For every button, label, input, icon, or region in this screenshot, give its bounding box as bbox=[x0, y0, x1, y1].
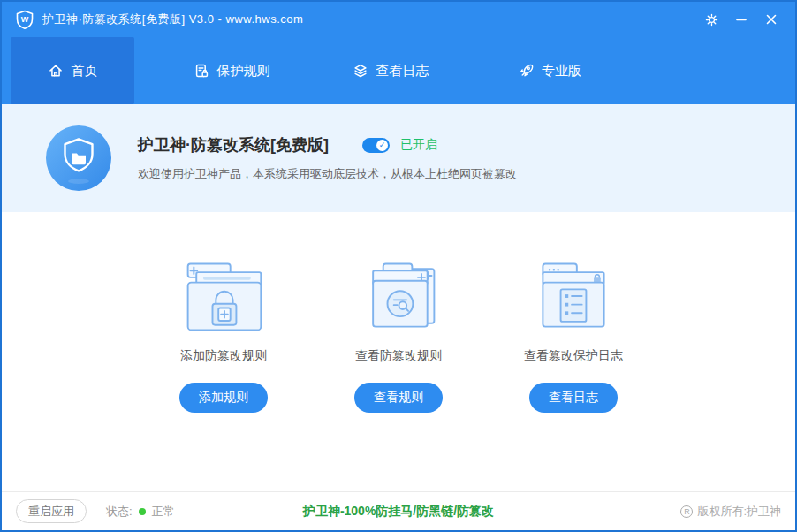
hero-banner: 护卫神·防篡改系统[免费版] ✓ 已开启 欢迎使用护卫神产品，本系统采用驱动底层… bbox=[2, 104, 795, 212]
copyright-text: 版权所有:护卫神 bbox=[697, 504, 781, 520]
tab-home[interactable]: 首页 bbox=[11, 37, 134, 104]
tab-home-label: 首页 bbox=[72, 63, 98, 80]
hero-subtitle: 欢迎使用护卫神产品，本系统采用驱动底层技术，从根本上杜绝网页被篡改 bbox=[138, 166, 517, 182]
view-rules-button[interactable]: 查看规则 bbox=[354, 383, 443, 413]
card-view-rules: 查看防篡改规则 查看规则 bbox=[328, 256, 469, 491]
view-log-button[interactable]: 查看日志 bbox=[529, 383, 618, 413]
folder-log-icon bbox=[529, 256, 618, 338]
hero-title: 护卫神·防篡改系统[免费版] bbox=[138, 134, 329, 156]
layers-icon bbox=[353, 63, 368, 79]
toggle-state-label: 已开启 bbox=[400, 137, 437, 153]
action-cards: 添加防篡改规则 添加规则 bbox=[153, 256, 644, 491]
folder-search-icon bbox=[354, 256, 443, 338]
add-rule-button[interactable]: 添加规则 bbox=[179, 383, 268, 413]
toggle-check-icon: ✓ bbox=[376, 140, 388, 151]
restart-app-button[interactable]: 重启应用 bbox=[16, 499, 87, 523]
app-window: W 护卫神·防篡改系统[免费版] V3.0 - www.hws.com bbox=[0, 0, 797, 532]
card-add-rule: 添加防篡改规则 添加规则 bbox=[153, 256, 294, 491]
main-content: 添加防篡改规则 添加规则 bbox=[2, 212, 795, 491]
card-view-log: 查看篡改保护日志 查看日志 bbox=[503, 256, 644, 491]
main-nav: 首页 保护规则 查看日志 专业版 bbox=[2, 37, 795, 104]
tab-protection-rules-label: 保护规则 bbox=[217, 63, 270, 80]
copyright: R 版权所有:护卫神 bbox=[680, 504, 781, 520]
tab-protection-rules[interactable]: 保护规则 bbox=[170, 37, 293, 104]
status-value: 正常 bbox=[152, 504, 175, 520]
doc-lock-icon bbox=[194, 63, 209, 79]
tab-view-logs[interactable]: 查看日志 bbox=[329, 37, 452, 104]
settings-gear-icon[interactable] bbox=[696, 7, 726, 32]
rocket-icon bbox=[518, 63, 534, 79]
title-bar: W 护卫神·防篡改系统[免费版] V3.0 - www.hws.com bbox=[2, 2, 795, 37]
svg-text:W: W bbox=[21, 15, 29, 24]
folder-add-lock-icon bbox=[179, 256, 268, 338]
home-icon bbox=[48, 63, 64, 79]
window-title: 护卫神·防篡改系统[免费版] V3.0 - www.hws.com bbox=[42, 11, 303, 27]
tab-view-logs-label: 查看日志 bbox=[376, 63, 429, 80]
card-add-rule-label: 添加防篡改规则 bbox=[180, 348, 267, 364]
registered-mark-icon: R bbox=[680, 505, 693, 518]
tab-pro-version[interactable]: 专业版 bbox=[488, 37, 611, 104]
minimize-icon[interactable] bbox=[726, 7, 756, 32]
status-dot-icon bbox=[139, 508, 146, 515]
shield-folder-avatar-icon bbox=[46, 125, 111, 191]
close-icon[interactable] bbox=[756, 7, 786, 32]
card-view-rules-label: 查看防篡改规则 bbox=[355, 348, 442, 364]
tab-pro-version-label: 专业版 bbox=[542, 63, 581, 80]
status-label: 状态: bbox=[106, 504, 133, 520]
protection-toggle[interactable]: ✓ bbox=[362, 138, 390, 153]
card-view-log-label: 查看篡改保护日志 bbox=[524, 348, 623, 364]
status-indicator: 状态: 正常 bbox=[106, 504, 175, 520]
status-bar: 重启应用 状态: 正常 护卫神-100%防挂马/防黑链/防篡改 R 版权所有:护… bbox=[2, 491, 795, 530]
app-logo-shield-icon: W bbox=[14, 9, 35, 30]
